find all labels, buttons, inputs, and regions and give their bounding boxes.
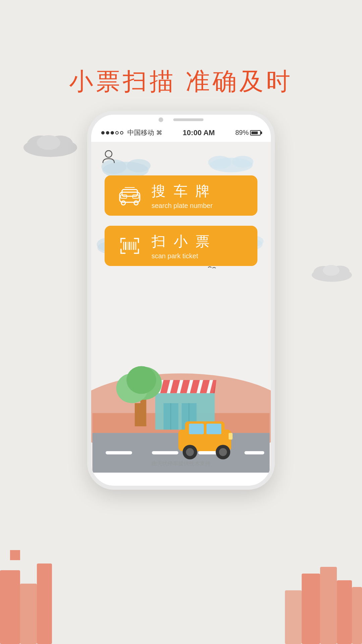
svg-rect-8 <box>352 587 362 644</box>
svg-rect-7 <box>337 580 352 644</box>
cloud-right <box>308 262 355 282</box>
svg-rect-6 <box>320 567 337 644</box>
buttons-area: 搜 车 牌 search plate number <box>105 175 257 276</box>
status-bar: 中国移动 ⌘ 10:00 AM 89% <box>91 123 271 142</box>
page-title: 小票扫描 准确及时 <box>0 65 362 98</box>
carrier-label: 中国移动 <box>127 128 154 137</box>
camera-dot <box>159 117 163 122</box>
svg-rect-58 <box>189 424 204 434</box>
svg-rect-3 <box>37 564 52 644</box>
signal-dot-4 <box>115 131 119 135</box>
battery-fill <box>251 131 258 134</box>
city-background <box>0 517 362 644</box>
svg-point-69 <box>134 201 138 205</box>
svg-rect-34 <box>106 451 132 454</box>
scan-ticket-sub-label: scan park ticket <box>152 252 212 260</box>
svg-rect-64 <box>229 433 233 440</box>
signal-dots <box>101 131 123 135</box>
profile-icon[interactable] <box>101 149 116 163</box>
svg-point-17 <box>323 265 340 276</box>
svg-rect-9 <box>285 590 302 644</box>
svg-rect-35 <box>152 451 178 454</box>
svg-rect-59 <box>206 424 221 434</box>
signal-dot-2 <box>106 131 109 135</box>
signal-dot-1 <box>101 131 105 135</box>
battery-percent: 89% <box>235 129 249 137</box>
svg-rect-70 <box>125 187 135 188</box>
svg-rect-2 <box>20 584 37 644</box>
cloud-left <box>20 131 80 158</box>
phone-content: 搜 车 牌 search plate number <box>91 142 271 473</box>
speaker-bar <box>173 118 203 121</box>
svg-point-21 <box>127 159 150 172</box>
svg-rect-5 <box>302 574 320 644</box>
svg-rect-1 <box>3 577 17 644</box>
battery-icon <box>250 130 261 136</box>
phone-notch <box>91 115 271 123</box>
svg-rect-4 <box>10 550 20 560</box>
svg-point-61 <box>186 448 194 456</box>
search-plate-text: 搜 车 牌 search plate number <box>152 182 213 210</box>
search-plate-main-label: 搜 车 牌 <box>152 182 213 201</box>
qr-scan-icon <box>118 234 141 258</box>
signal-dot-5 <box>120 131 123 135</box>
svg-point-13 <box>37 135 60 150</box>
svg-rect-37 <box>244 451 264 454</box>
wifi-icon: ⌘ <box>156 129 162 137</box>
time-display: 10:00 AM <box>183 128 215 137</box>
scan-ticket-text: 扫 小 票 scan park ticket <box>152 232 212 260</box>
svg-point-63 <box>219 448 227 456</box>
svg-point-65 <box>105 151 112 157</box>
search-plate-sub-label: search plate number <box>152 202 213 210</box>
signal-dot-3 <box>111 131 114 135</box>
svg-point-24 <box>232 156 253 167</box>
phone-footer: 由无忧停车提供技术支持 <box>91 460 271 467</box>
scan-ticket-main-label: 扫 小 票 <box>152 232 212 251</box>
car-icon <box>118 184 141 207</box>
scan-ticket-button[interactable]: 扫 小 票 scan park ticket <box>105 226 257 266</box>
svg-point-55 <box>126 366 156 394</box>
svg-point-68 <box>121 201 125 205</box>
svg-point-23 <box>208 156 231 169</box>
battery-area: 89% <box>235 129 261 137</box>
search-plate-button[interactable]: 搜 车 牌 search plate number <box>105 175 257 216</box>
svg-rect-52 <box>135 403 141 426</box>
signal-area: 中国移动 ⌘ <box>101 128 162 137</box>
phone-frame: 中国移动 ⌘ 10:00 AM 89% <box>87 111 275 490</box>
